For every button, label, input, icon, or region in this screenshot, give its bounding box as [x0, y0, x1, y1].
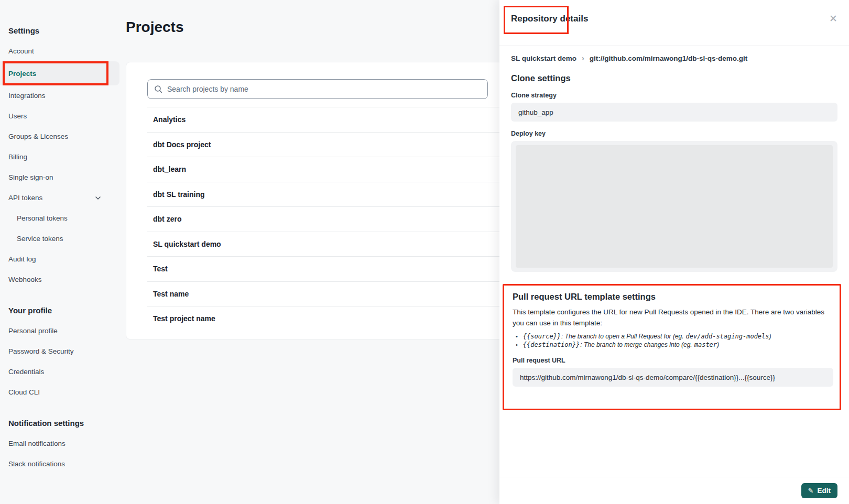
project-row-test-project-name[interactable]: Test project name	[147, 306, 504, 331]
breadcrumb: SL quickstart demo › git://github.com/mi…	[511, 54, 837, 62]
breadcrumb-repo-url: git://github.com/mirnawong1/db-sl-qs-dem…	[590, 54, 747, 62]
project-row-sl-quickstart-demo[interactable]: SL quickstart demo	[147, 232, 504, 257]
panel-footer: ✎ Edit	[499, 477, 849, 504]
sidebar-item-account[interactable]: Account	[0, 41, 119, 61]
sidebar-item-credentials[interactable]: Credentials	[0, 361, 119, 382]
project-row-dbt-docs-project[interactable]: dbt Docs project	[147, 132, 504, 157]
settings-sidebar: Settings Account Projects Integrations U…	[0, 0, 126, 474]
pr-variable-destination: • {{destination}}: The branch to merge c…	[513, 341, 833, 349]
sidebar-item-audit-log[interactable]: Audit log	[0, 249, 119, 269]
project-row-dbt-zero[interactable]: dbt zero	[147, 206, 504, 232]
project-row-test-name[interactable]: Test name	[147, 281, 504, 306]
annotation-pr-template-section: Pull request URL template settings This …	[503, 284, 841, 410]
bullet-icon: •	[516, 341, 518, 349]
page-title: Projects	[126, 19, 503, 36]
pr-template-description: This template configures the URL for new…	[513, 307, 830, 328]
deploy-key-box	[511, 141, 837, 272]
project-row-test[interactable]: Test	[147, 256, 504, 281]
breadcrumb-separator-icon: ›	[582, 54, 584, 62]
bullet-icon: •	[516, 332, 518, 341]
clone-strategy-label: Clone strategy	[511, 92, 837, 99]
chevron-down-icon	[94, 194, 102, 202]
sidebar-section-settings: Settings	[0, 21, 126, 41]
sidebar-item-integrations[interactable]: Integrations	[0, 85, 119, 106]
projects-card: Analytics dbt Docs project dbt_learn dbt…	[126, 62, 503, 339]
project-row-analytics[interactable]: Analytics	[147, 107, 504, 132]
panel-header: Repository details ✕	[499, 0, 849, 46]
projects-page: Projects Analytics dbt Docs project dbt_…	[126, 0, 503, 504]
deploy-key-redacted-value	[516, 145, 833, 268]
sidebar-item-personal-tokens[interactable]: Personal tokens	[0, 208, 119, 228]
pr-template-heading: Pull request URL template settings	[513, 292, 833, 302]
search-icon	[154, 85, 162, 93]
breadcrumb-project[interactable]: SL quickstart demo	[511, 54, 576, 62]
sidebar-item-password-security[interactable]: Password & Security	[0, 341, 119, 361]
clone-settings-heading: Clone settings	[511, 73, 837, 83]
project-list: Analytics dbt Docs project dbt_learn dbt…	[147, 107, 504, 331]
repository-details-panel: Repository details ✕ SL quickstart demo …	[499, 0, 849, 504]
project-row-dbt-sl-training[interactable]: dbt SL training	[147, 182, 504, 207]
sidebar-item-single-sign-on[interactable]: Single sign-on	[0, 167, 119, 188]
sidebar-item-service-tokens[interactable]: Service tokens	[0, 228, 119, 249]
close-icon[interactable]: ✕	[829, 14, 837, 24]
project-search-box	[147, 79, 488, 99]
sidebar-item-billing[interactable]: Billing	[0, 147, 119, 167]
sidebar-item-projects[interactable]: Projects	[0, 61, 119, 85]
pr-variable-source: • {{source}}: The branch to open a Pull …	[513, 332, 833, 341]
sidebar-section-your-profile: Your profile	[0, 301, 126, 321]
deploy-key-label: Deploy key	[511, 130, 837, 137]
sidebar-item-users[interactable]: Users	[0, 106, 119, 126]
project-row-dbt-learn[interactable]: dbt_learn	[147, 157, 504, 182]
pull-request-url-value: https://github.com/mirnawong1/db-sl-qs-d…	[513, 368, 833, 387]
sidebar-item-slack-notifications[interactable]: Slack notifications	[0, 454, 119, 474]
clone-strategy-value: github_app	[511, 103, 837, 122]
sidebar-item-cloud-cli[interactable]: Cloud CLI	[0, 382, 119, 402]
sidebar-item-webhooks[interactable]: Webhooks	[0, 269, 119, 290]
panel-title: Repository details	[511, 14, 588, 24]
edit-button[interactable]: ✎ Edit	[801, 483, 837, 498]
sidebar-item-groups-licenses[interactable]: Groups & Licenses	[0, 126, 119, 147]
panel-body: SL quickstart demo › git://github.com/mi…	[499, 46, 849, 477]
pr-template-variables: • {{source}}: The branch to open a Pull …	[513, 332, 833, 349]
pull-request-url-label: Pull request URL	[513, 357, 833, 364]
sidebar-section-notification-settings: Notification settings	[0, 413, 126, 433]
sidebar-item-personal-profile[interactable]: Personal profile	[0, 321, 119, 341]
sidebar-item-email-notifications[interactable]: Email notifications	[0, 433, 119, 454]
pencil-icon: ✎	[808, 487, 814, 495]
search-input[interactable]	[167, 85, 481, 93]
sidebar-item-api-tokens[interactable]: API tokens	[0, 188, 119, 208]
